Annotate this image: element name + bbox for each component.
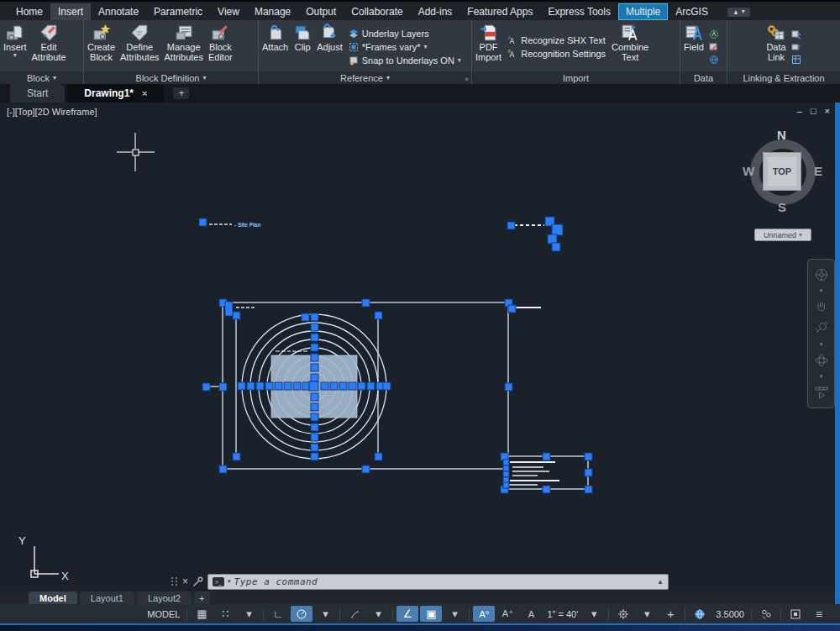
tab-featured-apps[interactable]: Featured Apps (459, 3, 540, 20)
field-button[interactable]: Field (682, 22, 706, 71)
panel-footer-linking[interactable]: Linking & Extraction (727, 71, 840, 84)
showmotion-icon[interactable] (814, 385, 829, 400)
chevron-down-icon[interactable]: ▾ (314, 606, 336, 622)
tab-insert[interactable]: Insert (50, 3, 91, 20)
panel-footer-block[interactable]: Block ▾ (0, 71, 83, 84)
zoom-icon[interactable] (814, 320, 829, 335)
command-input[interactable]: >_ ▾ Type a command ▲ (207, 574, 669, 590)
panel-launcher-icon[interactable]: » (465, 75, 469, 83)
clip-button[interactable]: Clip (291, 22, 313, 71)
manage-attributes-button[interactable]: Manage Attributes (163, 22, 205, 71)
object-snap-tracking-icon[interactable]: ∠ (396, 606, 418, 622)
define-attributes-button[interactable]: Define Attributes (118, 22, 160, 71)
tab-express-tools[interactable]: Express Tools (540, 3, 617, 20)
chevron-down-icon[interactable]: ▾ (820, 342, 823, 347)
chevron-down-icon[interactable]: ▾ (636, 606, 658, 622)
new-drawing-button[interactable]: + (173, 87, 189, 99)
chevron-down-icon[interactable]: ▾ (820, 288, 823, 293)
tab-collaborate[interactable]: Collaborate (344, 3, 410, 20)
combine-text-button[interactable]: Combine Text (610, 22, 650, 71)
globe-data-icon[interactable] (709, 55, 719, 65)
block-editor-button[interactable]: Block Editor (207, 22, 234, 71)
recognize-shx-text-button[interactable]: Recognize SHX Text (507, 35, 606, 45)
new-layout-button[interactable]: + (194, 592, 209, 604)
fullscreen-icon[interactable] (785, 606, 806, 622)
adjust-button[interactable]: Adjust (315, 22, 344, 71)
status-value[interactable]: 3.5000 (712, 609, 748, 619)
minimize-icon[interactable]: – (797, 106, 802, 116)
snap-mode-icon[interactable]: ∷ (214, 606, 236, 622)
workspace-gear-icon[interactable] (612, 606, 634, 622)
tab-home[interactable]: Home (8, 3, 50, 20)
create-block-button[interactable]: Create Block (86, 22, 117, 71)
chevron-down-icon[interactable]: ▾ (820, 374, 823, 379)
close-icon[interactable]: × (142, 88, 147, 98)
table-extraction-icon[interactable] (791, 55, 801, 65)
viewcube-north[interactable]: N (777, 128, 786, 142)
tab-add-ins[interactable]: Add-ins (411, 3, 460, 20)
restore-icon[interactable]: □ (811, 106, 816, 116)
tab-manage[interactable]: Manage (247, 3, 298, 20)
autoscale-icon[interactable]: A⁺ (496, 606, 518, 622)
insert-button[interactable]: Insert ▾ (2, 22, 29, 71)
chevron-down-icon[interactable]: ▾ (228, 578, 231, 585)
underlay-layers-button[interactable]: Underlay Layers (349, 29, 461, 39)
edit-attribute-button[interactable]: Edit Attribute (30, 22, 68, 71)
panel-footer-data[interactable]: Data (680, 71, 727, 84)
command-history-up-icon[interactable]: ▲ (657, 578, 664, 586)
tab-output[interactable]: Output (298, 3, 344, 20)
tab-layout2[interactable]: Layout2 (137, 592, 192, 604)
selected-geometry[interactable] (209, 302, 588, 489)
viewcube-east[interactable]: E (814, 164, 822, 178)
tab-multiple[interactable]: Multiple (618, 3, 668, 20)
customize-wrench-icon[interactable] (192, 576, 203, 587)
chevron-down-icon[interactable]: ▾ (583, 606, 605, 622)
file-tab-start[interactable]: Start (10, 84, 65, 103)
grid-icon[interactable]: ▦ (191, 606, 213, 622)
tab-parametric[interactable]: Parametric (146, 3, 210, 20)
command-bar-drag-handle[interactable] (171, 577, 178, 586)
chevron-down-icon[interactable]: ▾ (238, 606, 260, 622)
close-icon[interactable]: × (182, 576, 188, 587)
panel-footer-block-definition[interactable]: Block Definition ▾ (84, 71, 258, 84)
pdf-import-button[interactable]: PDF Import (474, 22, 503, 71)
update-fields-icon[interactable] (709, 29, 719, 39)
tab-layout1[interactable]: Layout1 (80, 592, 134, 604)
convert-field-icon[interactable] (709, 42, 719, 52)
viewcube-south[interactable]: S (778, 200, 786, 214)
tab-model[interactable]: Model (29, 592, 77, 604)
customization-menu-icon[interactable]: ≡ (808, 606, 830, 622)
close-icon[interactable]: × (825, 106, 830, 116)
tab-view[interactable]: View (210, 3, 247, 20)
object-snap-icon[interactable]: ▣ (420, 606, 442, 622)
named-view-dropdown[interactable]: Unnamed ▾ (754, 229, 811, 241)
panel-footer-reference[interactable]: Reference ▾ » (259, 71, 471, 84)
chevron-down-icon[interactable]: ▾ (367, 606, 389, 622)
attach-button[interactable]: Attach (260, 22, 290, 71)
ortho-mode-icon[interactable]: ∟ (267, 606, 289, 622)
isometric-drafting-icon[interactable] (344, 606, 365, 622)
upload-extraction-icon[interactable] (791, 42, 801, 52)
polar-tracking-icon[interactable] (291, 606, 312, 622)
viewcube[interactable]: N W E S TOP Unnamed ▾ (743, 123, 823, 245)
crosshair-plus-icon[interactable]: + (659, 606, 681, 622)
ribbon-display-button[interactable]: ▲ ▾ (727, 8, 750, 17)
annotation-scale-icon[interactable]: A (520, 606, 542, 622)
navigation-wheel-icon[interactable] (814, 267, 829, 282)
frames-vary-button[interactable]: *Frames vary* ▾ (349, 42, 461, 52)
panel-footer-import[interactable]: Import (472, 71, 680, 84)
snap-to-underlays-button[interactable]: Snap to Underlays ON ▾ (349, 55, 461, 66)
viewcube-top-face[interactable]: TOP (763, 152, 801, 191)
tab-arcgis[interactable]: ArcGIS (668, 3, 716, 20)
file-tab-drawing1[interactable]: Drawing1* × (67, 84, 164, 103)
data-link-button[interactable]: Data Link (764, 22, 787, 71)
pan-hand-icon[interactable] (814, 299, 829, 314)
annotation-visibility-icon[interactable]: A° (473, 606, 495, 622)
docked-palette-edge[interactable] (835, 103, 840, 623)
chevron-down-icon[interactable]: ▾ (444, 606, 465, 622)
isolate-objects-icon[interactable] (755, 606, 777, 622)
annotation-monitor-globe-icon[interactable] (689, 606, 711, 622)
model-space-button[interactable]: MODEL (144, 609, 183, 619)
viewcube-west[interactable]: W (743, 164, 754, 178)
drawing-canvas[interactable]: - Site Plan (0, 103, 840, 591)
